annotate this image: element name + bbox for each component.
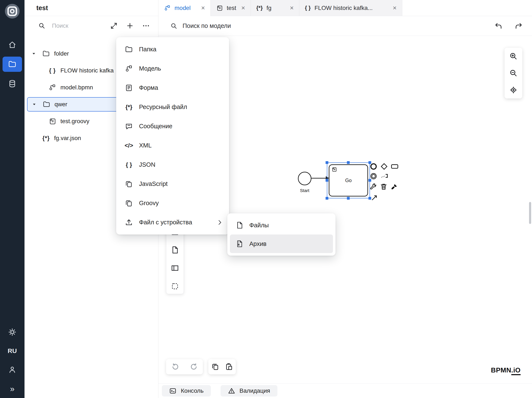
rotate-left-icon: [171, 362, 180, 371]
account-button[interactable]: [3, 362, 22, 377]
explorer-toolbar: [25, 16, 158, 36]
close-icon[interactable]: ×: [201, 5, 205, 11]
home-icon: [8, 41, 17, 49]
zoom-in-button[interactable]: [505, 48, 522, 65]
tree-item-label: qwer: [55, 101, 67, 108]
tree-item-label: FLOW historic kafka: [60, 67, 114, 74]
menu-item-message[interactable]: Сообщение: [116, 117, 229, 136]
task-shape-go[interactable]: Go: [329, 164, 368, 196]
zoom-controls: [505, 48, 522, 98]
copy-button[interactable]: [208, 359, 222, 374]
undo-button[interactable]: [494, 22, 502, 30]
menu-item-resource-file[interactable]: {*} Ресурсный файл: [116, 97, 229, 117]
palette-lasso-tool[interactable]: [170, 282, 180, 291]
validation-button[interactable]: Валидация: [221, 385, 277, 397]
resize-handle[interactable]: [347, 161, 350, 164]
delete-element-button[interactable]: [379, 182, 388, 191]
menu-item-folder[interactable]: Папка: [116, 40, 229, 59]
menu-item-xml[interactable]: </> XML: [116, 136, 229, 155]
console-icon: [169, 387, 177, 395]
redo-button[interactable]: [515, 22, 523, 30]
palette-panel-tool[interactable]: [170, 263, 180, 273]
paste-button[interactable]: [222, 359, 236, 374]
append-end-event-button[interactable]: [369, 162, 378, 171]
zoom-fit-button[interactable]: [505, 82, 522, 98]
append-task-button[interactable]: [390, 162, 399, 171]
console-button[interactable]: Консоль: [162, 385, 211, 397]
expand-tree-button[interactable]: [108, 20, 120, 32]
brand-text: BPMN: [491, 366, 511, 374]
wrench-settings-button[interactable]: [368, 182, 378, 191]
settings-button[interactable]: [3, 324, 22, 340]
thick-circle-icon: [369, 163, 378, 171]
rotate-right-button[interactable]: [184, 359, 203, 374]
upload-submenu: Файлы Архив: [227, 213, 336, 256]
model-search-input[interactable]: [183, 22, 330, 29]
chevron-right-icon: [216, 219, 223, 226]
history-buttons: [494, 22, 523, 30]
dashed-selection-icon: [171, 282, 179, 291]
chevron-down-icon[interactable]: [30, 102, 38, 107]
resize-handle[interactable]: [326, 179, 328, 182]
language-toggle[interactable]: RU: [8, 347, 17, 354]
close-icon[interactable]: ×: [290, 5, 294, 11]
wrench-icon: [369, 183, 377, 190]
menu-item-label: Сообщение: [139, 123, 172, 130]
resize-handle[interactable]: [347, 197, 350, 200]
bpmn-io-logo[interactable]: BPMN.iO: [491, 366, 521, 374]
rotate-left-button[interactable]: [166, 359, 184, 374]
bpmn-model-icon: [164, 5, 171, 11]
var-braces-icon: {*}: [256, 5, 263, 11]
rotate-controls: [166, 359, 203, 374]
tab-model[interactable]: model ×: [158, 0, 211, 16]
tab-label: FLOW historic kafka...: [314, 5, 373, 11]
nav-database-button[interactable]: [3, 76, 22, 91]
append-intermediate-event-button[interactable]: [369, 171, 378, 181]
nav-files-button[interactable]: [3, 57, 22, 72]
tab-fg[interactable]: {*} fg ×: [251, 0, 299, 16]
tree-item-label: folder: [54, 50, 69, 57]
rounded-rect-icon: [390, 163, 399, 171]
menu-item-label: JavaScript: [139, 180, 168, 187]
tab-test[interactable]: test ×: [211, 0, 251, 16]
add-file-button[interactable]: [124, 20, 136, 32]
folder-icon: [124, 45, 133, 53]
close-icon[interactable]: ×: [241, 5, 245, 11]
crosshair-icon: [509, 86, 518, 94]
paste-icon: [225, 363, 233, 371]
search-icon: [36, 20, 48, 32]
menu-item-form[interactable]: Форма: [116, 78, 229, 97]
plus-icon: [126, 22, 134, 30]
copy-format-button[interactable]: [390, 182, 399, 191]
menu-item-upload-from-device[interactable]: Файл с устройства: [116, 213, 229, 232]
more-options-button[interactable]: [140, 20, 152, 32]
resize-handle[interactable]: [326, 197, 328, 200]
menu-item-javascript[interactable]: JavaScript: [116, 174, 229, 194]
menu-item-label: JSON: [139, 161, 155, 168]
chevron-down-icon[interactable]: [30, 51, 38, 56]
menu-item-model[interactable]: Модель: [116, 59, 229, 78]
app-logo-icon[interactable]: [4, 3, 20, 19]
resize-handle[interactable]: [326, 161, 328, 164]
append-gateway-button[interactable]: [380, 162, 389, 171]
connect-tool-button[interactable]: [370, 193, 380, 202]
submenu-item-files[interactable]: Файлы: [230, 216, 333, 234]
explorer-search-input[interactable]: [52, 22, 98, 29]
palette-document-tool[interactable]: [170, 245, 180, 255]
menu-item-groovy[interactable]: Groovy: [116, 194, 229, 213]
json-braces-icon: { }: [48, 67, 57, 74]
context-pad: [369, 162, 405, 204]
nav-home-button[interactable]: [3, 37, 22, 52]
zoom-out-button[interactable]: [505, 65, 522, 82]
tree-item-label: test.groovy: [60, 118, 89, 125]
page-scrollbar-thumb[interactable]: [529, 202, 531, 224]
start-event-shape[interactable]: [298, 172, 311, 185]
submenu-item-archive[interactable]: Архив: [230, 234, 333, 253]
expand-rail-button[interactable]: »: [10, 385, 14, 393]
menu-item-json[interactable]: { } JSON: [116, 155, 229, 174]
append-annotation-button[interactable]: [380, 171, 389, 181]
tab-flow-historic-kafka[interactable]: { } FLOW historic kafka... ×: [299, 0, 402, 16]
sequence-flow[interactable]: [311, 178, 327, 178]
close-icon[interactable]: ×: [393, 5, 397, 11]
zoom-out-icon: [509, 69, 518, 77]
